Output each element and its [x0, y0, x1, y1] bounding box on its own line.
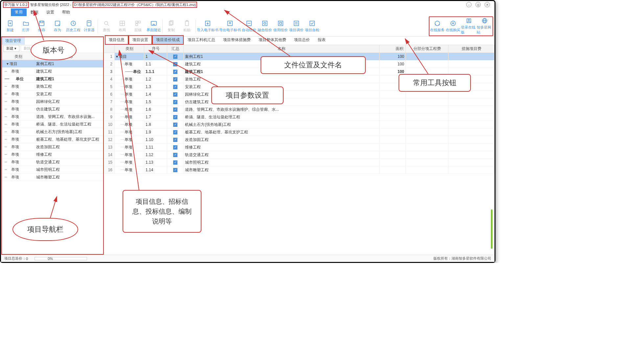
grid-row[interactable]: 14┈单项1.12✓轨道交通工程	[104, 151, 494, 159]
layers-icon	[135, 20, 141, 27]
checkbox-icon[interactable]: ✓	[173, 168, 177, 172]
nav-row[interactable]: ┈单项轨道交通工程	[2, 158, 103, 166]
tab-4[interactable]: 项目整体措施费	[219, 35, 255, 45]
checkbox-icon[interactable]: ✓	[173, 138, 177, 142]
new-node-button[interactable]: 新建▾	[3, 45, 19, 52]
tab-3[interactable]: 项目工料机汇总	[184, 35, 219, 45]
minimize-icon[interactable]: –	[466, 2, 472, 7]
tool-save-as[interactable]: 存为	[50, 17, 65, 35]
statusbar: 项目总造价： 0 0% 版权所有：湖南智多星软件有限公司	[1, 255, 494, 262]
nav-row[interactable]: ┈单项安装工程	[2, 90, 103, 98]
tool-headset[interactable]: 在线服务	[429, 17, 445, 35]
tool-cart[interactable]: 在线购买	[445, 17, 461, 35]
nav-row[interactable]: ┈┈单位建筑工程1	[2, 75, 103, 83]
svg-rect-28	[294, 21, 299, 26]
svg-rect-29	[310, 21, 314, 26]
settings-ring-icon[interactable]: ◎	[475, 2, 481, 7]
tool-folder-open[interactable]: 打开	[18, 17, 34, 35]
close-icon[interactable]: ✕	[485, 2, 490, 7]
grid-row[interactable]: 6┈单项1.4✓园林绿化工程	[104, 91, 494, 98]
menu-帮助[interactable]: 帮助	[58, 9, 74, 16]
checkbox-icon[interactable]: ✓	[173, 160, 177, 165]
copyright: 版权所有：湖南智多星软件有限公司	[433, 256, 491, 261]
tool-save[interactable]: 保存	[34, 17, 50, 35]
nav-row[interactable]: ┈单项机械土石方(强夯地基)工程	[2, 128, 103, 136]
user-icon	[466, 17, 472, 24]
tool-calc[interactable]: 计算器	[81, 17, 97, 35]
checkbox-icon[interactable]: ✓	[173, 70, 177, 74]
checkbox-icon[interactable]: ✓	[173, 92, 177, 97]
tab-2[interactable]: 项目造价组成	[152, 35, 184, 45]
tab-6[interactable]: 项目总价	[290, 35, 314, 45]
nav-row[interactable]: ▾ 项目案例工程1	[2, 60, 103, 68]
tab-1[interactable]: 项目设置	[128, 35, 152, 45]
grid-row[interactable]: 10┈单项1.8✓机械土石方(强夯地基)工程	[104, 121, 494, 129]
tab-0[interactable]: 项目信息	[105, 35, 128, 45]
tool-file-plus[interactable]: 新建	[2, 17, 18, 35]
callout-nav: 项目导航栏	[12, 218, 78, 241]
grid-row[interactable]: 13┈单项1.11✓维修工程	[104, 144, 494, 151]
checkbox-icon[interactable]: ✓	[173, 145, 177, 150]
auto-icon	[246, 20, 252, 27]
save-icon	[38, 20, 45, 27]
tool-globe[interactable]: 智多星网站	[477, 17, 493, 35]
tool-history[interactable]: 历史工程	[65, 17, 81, 35]
checkbox-icon[interactable]: ✓	[173, 130, 177, 134]
nav-row[interactable]: ┈单项道路、管网工程、市政排水设施...	[2, 113, 103, 121]
tool-paste: 粘贴	[179, 17, 195, 35]
nav-row[interactable]: ┈单项园林绿化工程	[2, 98, 103, 105]
nav-row[interactable]: ┈单项改造加固工程	[2, 143, 103, 151]
tool-import[interactable]: 导入电子标书	[196, 17, 219, 35]
tab-5[interactable]: 项目整体其他费	[255, 35, 290, 45]
tool-layers: 层级	[130, 17, 146, 35]
menu-常用[interactable]: 常用	[11, 9, 27, 16]
tab-7[interactable]: 报表	[314, 35, 330, 45]
svg-rect-20	[185, 21, 189, 26]
grid-row[interactable]: 7┈单项1.5✓仿古建筑工程	[104, 98, 494, 106]
checkbox-icon[interactable]: ✓	[173, 115, 177, 119]
grid-row[interactable]: 11┈单项1.9✓桩基工程、地基处理、基坑支护工程	[104, 129, 494, 136]
callout-tools: 常用工具按钮	[399, 74, 471, 92]
tool-auto[interactable]: 自动组价	[241, 17, 257, 35]
nav-row[interactable]: ┈单项城市雕塑工程	[2, 174, 103, 181]
checkbox-icon[interactable]: ✓	[173, 100, 177, 104]
menu-设置[interactable]: 设置	[42, 9, 58, 16]
checkbox-icon[interactable]: ✓	[173, 107, 177, 112]
checkbox-icon[interactable]: ✓	[173, 123, 177, 127]
checkbox-icon[interactable]: ✓	[173, 55, 177, 59]
export-icon	[227, 20, 233, 27]
nav-row[interactable]: ┈单项桥涵、隧道、生活垃圾处理工程	[2, 121, 103, 128]
tool-borrow[interactable]: 借用组价	[273, 17, 288, 35]
grid-row[interactable]: 8┈单项1.6✓道路、管网工程、市政排水设施维护、综合管廊、水...	[104, 106, 494, 113]
total-price-label: 项目总造价：	[4, 256, 26, 261]
callout-infotabs: 项目信息、招标信息、投标信息、编制说明等	[123, 190, 201, 233]
checkbox-icon[interactable]: ✓	[173, 85, 177, 89]
adjust-icon	[293, 20, 300, 27]
nav-row[interactable]: ┈单项维修工程	[2, 151, 103, 158]
tool-adjust[interactable]: 项目调价	[288, 17, 304, 35]
menu-数据[interactable]: 数据	[27, 9, 42, 16]
grid-row[interactable]: 9┈单项1.7✓桥涵、隧道、生活垃圾处理工程	[104, 113, 494, 121]
checkbox-icon[interactable]: ✓	[173, 77, 177, 82]
checkbox-icon[interactable]: ✓	[173, 153, 177, 157]
nav-row[interactable]: ┈单项建筑工程	[2, 68, 103, 75]
total-price-value: 0	[26, 257, 28, 261]
grid-row[interactable]: 16┈单项1.14✓城市雕塑工程	[104, 166, 494, 174]
grid-row[interactable]: 15┈单项1.13✓城市照明工程	[104, 159, 494, 166]
tool-check[interactable]: 项目自检	[304, 17, 320, 35]
nav-row[interactable]: ┈单项桩基工程、地基处理、基坑支护工程	[2, 136, 103, 143]
nav-row[interactable]: ┈单项城市照明工程	[2, 166, 103, 174]
tool-export[interactable]: 导出电子标书	[219, 17, 241, 35]
import-icon	[204, 20, 211, 27]
svg-rect-16	[136, 24, 138, 26]
tool-user[interactable]: 登录在线版	[461, 17, 477, 35]
nav-row[interactable]: ┈单项装饰工程	[2, 83, 103, 90]
tool-window[interactable]: 界面随近	[146, 17, 162, 35]
tool-grid: 布局	[114, 17, 130, 35]
file-plus-icon	[7, 20, 13, 27]
checkbox-icon[interactable]: ✓	[173, 62, 177, 66]
project-manage-tab[interactable]: 项目管理	[2, 37, 25, 45]
grid-row[interactable]: 12┈单项1.10✓改造加固工程	[104, 136, 494, 144]
tool-merge[interactable]: 融合组价	[257, 17, 273, 35]
nav-row[interactable]: ┈单项仿古建筑工程	[2, 105, 103, 113]
